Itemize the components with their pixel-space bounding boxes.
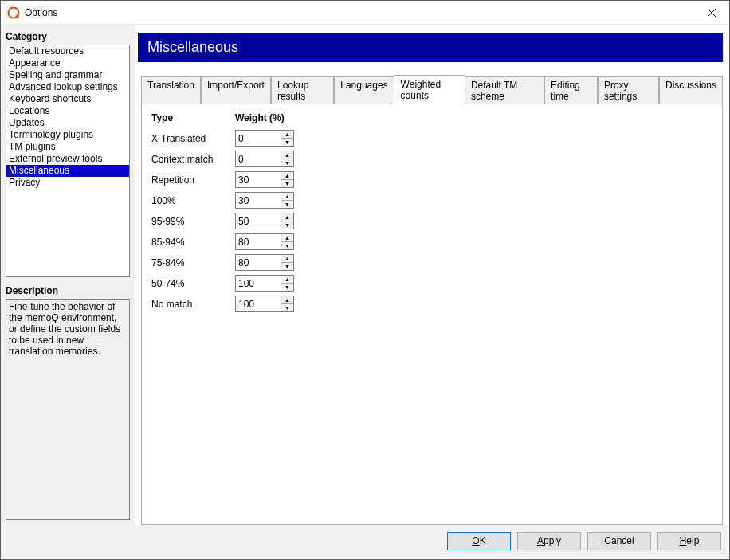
weight-spinner[interactable]: ▲▼ — [235, 192, 294, 209]
right-panel: Miscellaneous TranslationImport/ExportLo… — [135, 25, 729, 525]
spinner-buttons: ▲▼ — [281, 193, 293, 208]
weight-row: No match▲▼ — [151, 296, 712, 312]
weight-input[interactable] — [236, 151, 281, 166]
weight-row: 50-74%▲▼ — [151, 275, 712, 292]
category-item[interactable]: Miscellaneous — [6, 165, 129, 177]
spin-up-icon[interactable]: ▲ — [281, 255, 293, 263]
spinner-buttons: ▲▼ — [281, 213, 293, 229]
category-item[interactable]: Updates — [6, 117, 129, 129]
weight-input[interactable] — [236, 193, 281, 208]
spin-up-icon[interactable]: ▲ — [281, 172, 293, 180]
spin-down-icon[interactable]: ▼ — [281, 201, 293, 208]
category-item[interactable]: External preview tools — [6, 153, 129, 165]
spin-up-icon[interactable]: ▲ — [281, 193, 293, 201]
tab-strip: TranslationImport/ExportLookup resultsLa… — [141, 76, 723, 104]
weight-spinner[interactable]: ▲▼ — [235, 151, 294, 167]
weight-spinner[interactable]: ▲▼ — [235, 233, 294, 250]
cancel-button[interactable]: Cancel — [587, 532, 651, 550]
weight-spinner[interactable]: ▲▼ — [235, 275, 294, 292]
weight-spinner[interactable]: ▲▼ — [235, 213, 294, 229]
weight-input[interactable] — [236, 255, 281, 270]
spin-up-icon[interactable]: ▲ — [281, 151, 293, 159]
category-item[interactable]: Advanced lookup settings — [6, 81, 129, 93]
category-item[interactable]: Privacy — [6, 177, 129, 189]
spinner-buttons: ▲▼ — [281, 172, 293, 187]
tab[interactable]: Languages — [334, 76, 394, 104]
category-item[interactable]: Locations — [6, 105, 129, 117]
category-label: Category — [6, 31, 130, 42]
category-item[interactable]: Keyboard shortcuts — [6, 93, 129, 105]
weight-label: 100% — [151, 195, 235, 206]
category-item[interactable]: Terminology plugins — [6, 129, 129, 141]
header-type: Type — [151, 112, 235, 123]
description-label: Description — [6, 285, 130, 296]
spin-down-icon[interactable]: ▼ — [281, 263, 293, 270]
spin-down-icon[interactable]: ▼ — [281, 159, 293, 166]
description-box: Fine-tune the behavior of the memoQ envi… — [6, 299, 130, 520]
spin-up-icon[interactable]: ▲ — [281, 131, 293, 139]
weight-input[interactable] — [236, 234, 281, 249]
spin-down-icon[interactable]: ▼ — [281, 284, 293, 291]
weight-row: 85-94%▲▼ — [151, 233, 712, 250]
spin-down-icon[interactable]: ▼ — [281, 304, 293, 311]
app-icon — [7, 6, 20, 19]
apply-button[interactable]: Apply — [517, 532, 581, 550]
weight-spinner[interactable]: ▲▼ — [235, 130, 294, 147]
footer: OK Apply Cancel Help — [1, 525, 729, 557]
spin-up-icon[interactable]: ▲ — [281, 234, 293, 242]
weight-spinner[interactable]: ▲▼ — [235, 171, 294, 188]
weight-input[interactable] — [236, 296, 281, 311]
weight-label: Repetition — [151, 174, 235, 186]
weight-label: No match — [151, 299, 235, 310]
tab[interactable]: Translation — [141, 76, 201, 104]
left-panel: Category Default resourcesAppearanceSpel… — [1, 25, 135, 525]
tab-content: Type Weight (%) X-Translated▲▼Context ma… — [141, 104, 723, 525]
header-weight: Weight (%) — [235, 112, 299, 123]
weight-row: X-Translated▲▼ — [151, 130, 712, 147]
weight-row: Context match▲▼ — [151, 151, 712, 167]
weight-spinner[interactable]: ▲▼ — [235, 296, 294, 312]
weight-label: 95-99% — [151, 216, 235, 227]
page-title: Miscellaneous — [138, 33, 723, 62]
weight-row: Repetition▲▼ — [151, 171, 712, 188]
tab[interactable]: Weighted counts — [394, 75, 465, 104]
tab[interactable]: Proxy settings — [598, 76, 659, 104]
spinner-buttons: ▲▼ — [281, 276, 293, 291]
spin-down-icon[interactable]: ▼ — [281, 221, 293, 229]
category-item[interactable]: Default resources — [6, 45, 129, 57]
category-item[interactable]: Spelling and grammar — [6, 69, 129, 81]
spin-down-icon[interactable]: ▼ — [281, 180, 293, 187]
spinner-buttons: ▲▼ — [281, 234, 293, 249]
title-bar: Options — [1, 1, 729, 25]
category-list[interactable]: Default resourcesAppearanceSpelling and … — [6, 45, 130, 277]
weight-input[interactable] — [236, 131, 281, 146]
svg-point-1 — [16, 14, 19, 18]
close-button[interactable] — [694, 1, 729, 25]
tab[interactable]: Lookup results — [271, 76, 334, 104]
help-button[interactable]: Help — [657, 532, 721, 550]
weight-spinner[interactable]: ▲▼ — [235, 254, 294, 271]
spinner-buttons: ▲▼ — [281, 151, 293, 166]
close-icon — [708, 9, 716, 17]
spinner-buttons: ▲▼ — [281, 255, 293, 270]
tab[interactable]: Editing time — [544, 76, 598, 104]
spin-down-icon[interactable]: ▼ — [281, 242, 293, 249]
tab[interactable]: Discussions — [659, 76, 723, 104]
weight-label: X-Translated — [151, 133, 235, 144]
spin-up-icon[interactable]: ▲ — [281, 213, 293, 221]
category-item[interactable]: Appearance — [6, 57, 129, 69]
weight-input[interactable] — [236, 172, 281, 187]
weight-input[interactable] — [236, 213, 281, 229]
category-item[interactable]: TM plugins — [6, 141, 129, 153]
weight-input[interactable] — [236, 276, 281, 291]
weight-rows: X-Translated▲▼Context match▲▼Repetition▲… — [151, 130, 712, 312]
ok-button[interactable]: OK — [447, 532, 511, 550]
weight-label: Context match — [151, 154, 235, 165]
main-area: Category Default resourcesAppearanceSpel… — [1, 25, 729, 525]
tab[interactable]: Default TM scheme — [465, 76, 544, 104]
spin-up-icon[interactable]: ▲ — [281, 296, 293, 304]
spin-up-icon[interactable]: ▲ — [281, 276, 293, 284]
spin-down-icon[interactable]: ▼ — [281, 139, 293, 146]
tab[interactable]: Import/Export — [201, 76, 271, 104]
weight-row: 100%▲▼ — [151, 192, 712, 209]
